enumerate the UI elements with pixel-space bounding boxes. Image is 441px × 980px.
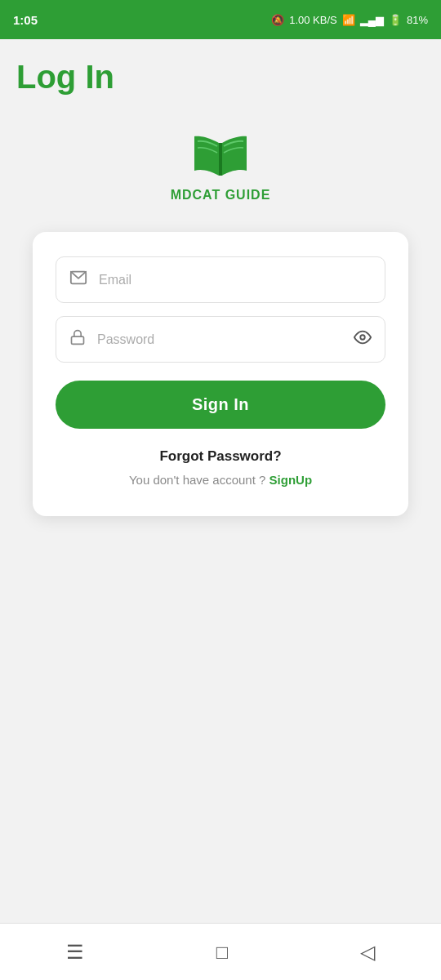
signin-button[interactable]: Sign In [56,381,385,429]
battery-level: 81% [407,14,428,26]
status-bar: 1:05 🔕 1.00 KB/S 📶 ▂▄▆ 🔋 81% [0,0,441,39]
forgot-password-link[interactable]: Forgot Password? [56,448,385,465]
page-title-area: Log In [0,39,441,104]
signup-row: You don't have account ? SignUp [56,473,385,487]
no-account-text: You don't have account ? [129,473,265,487]
svg-rect-0 [219,143,222,176]
password-input-group[interactable] [56,316,385,363]
wifi-icon: 📶 [342,14,355,26]
signal-icon: ▂▄▆ [360,14,384,26]
main-content: MDCAT GUIDE [0,104,441,923]
logo-area: MDCAT GUIDE [171,128,271,203]
status-icons: 🔕 1.00 KB/S 📶 ▂▄▆ 🔋 81% [271,14,428,26]
app-name-label: MDCAT GUIDE [171,188,271,203]
email-icon [69,269,87,291]
battery-icon: 🔋 [389,14,402,26]
bottom-nav: ☰ □ ◁ [0,923,441,980]
back-icon[interactable]: ◁ [360,941,375,964]
home-icon[interactable]: □ [216,941,229,964]
app-logo-icon [188,128,253,181]
page-title: Log In [16,59,425,96]
network-speed: 1.00 KB/S [289,14,337,26]
toggle-password-icon[interactable] [354,328,372,350]
svg-rect-2 [72,336,84,344]
mute-icon: 🔕 [271,14,284,26]
login-card: Sign In Forgot Password? You don't have … [33,232,408,516]
email-input-group[interactable] [56,256,385,303]
signup-link[interactable]: SignUp [270,473,313,487]
lock-icon [69,328,86,350]
email-field[interactable] [99,273,372,287]
svg-point-3 [360,335,365,340]
password-field[interactable] [97,332,354,347]
menu-icon[interactable]: ☰ [66,941,84,964]
status-time: 1:05 [13,13,38,27]
